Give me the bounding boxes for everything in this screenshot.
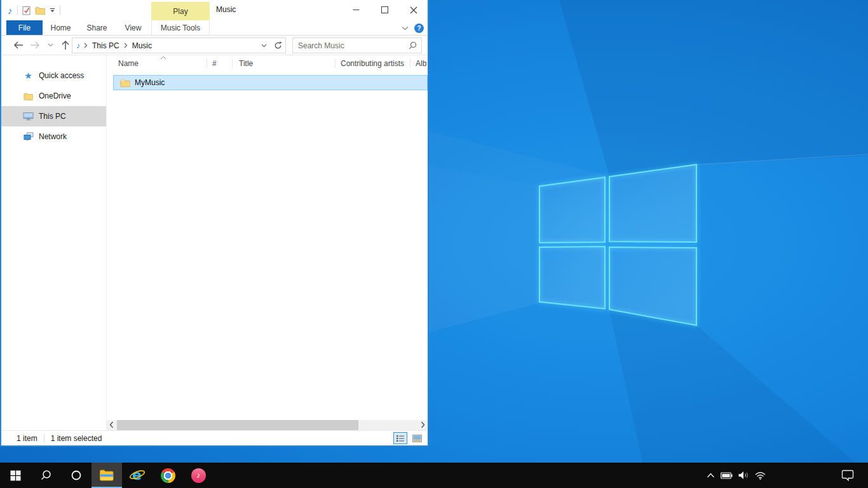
tab-music-tools[interactable]: Music Tools [151, 20, 210, 35]
recent-locations-chevron[interactable] [48, 43, 53, 47]
tab-share[interactable]: Share [79, 20, 115, 35]
maximize-button[interactable] [370, 0, 399, 20]
scrollbar-thumb[interactable] [117, 420, 358, 430]
location-music-note-icon: ♪ [76, 42, 80, 50]
sidebar-item-onedrive[interactable]: OneDrive [1, 86, 106, 106]
sidebar-item-label: OneDrive [39, 92, 71, 100]
taskbar: e ♪ [0, 463, 868, 488]
address-bar[interactable]: ♪ This PC Music [72, 37, 286, 53]
details-view-icon [396, 435, 405, 442]
sort-ascending-icon [160, 56, 166, 60]
refresh-button[interactable] [270, 38, 285, 53]
taskbar-search-button[interactable] [31, 463, 61, 488]
up-button[interactable] [60, 39, 71, 51]
ribbon-tab-row: File Home Share View Music Tools ? [1, 20, 428, 36]
file-row-mymusic[interactable]: MyMusic [113, 75, 428, 90]
column-header-title[interactable]: Title [233, 55, 336, 72]
status-bar: 1 item 1 item selected [1, 430, 428, 445]
file-list: MyMusic [107, 72, 428, 420]
details-view-button[interactable] [393, 432, 407, 444]
column-headers: Name # Title Contributing artists Alb [107, 55, 428, 72]
internet-explorer-button[interactable]: e [122, 463, 153, 488]
tab-view[interactable]: View [115, 20, 151, 35]
properties-button[interactable] [22, 6, 31, 15]
horizontal-scrollbar[interactable] [107, 420, 428, 430]
sidebar-item-this-pc[interactable]: This PC [1, 106, 106, 126]
sidebar-item-label: This PC [39, 112, 66, 121]
dropdown-arrow-icon [50, 8, 55, 13]
back-button[interactable] [13, 39, 24, 51]
action-center-button[interactable] [841, 463, 854, 488]
network-icon [23, 132, 34, 141]
scroll-left-arrow[interactable] [109, 421, 114, 428]
item-count: 1 item [17, 434, 37, 443]
scroll-right-arrow[interactable] [421, 421, 425, 428]
column-header-contributing-artists[interactable]: Contributing artists [336, 55, 410, 72]
column-header-track-number[interactable]: # [207, 55, 233, 72]
customize-toolbar-button[interactable] [50, 8, 55, 13]
new-folder-button[interactable] [35, 6, 45, 15]
sidebar-item-label: Quick access [39, 71, 84, 80]
window-music-note-icon: ♪ [8, 6, 13, 15]
search-icon [40, 470, 51, 481]
wifi-icon[interactable] [755, 471, 766, 480]
tab-file[interactable]: File [6, 20, 43, 35]
minimize-button[interactable] [342, 0, 370, 20]
thumbnails-view-icon [412, 435, 422, 442]
column-header-album[interactable]: Alb [410, 55, 428, 72]
search-icon[interactable] [409, 41, 417, 50]
separator [44, 434, 44, 443]
search-box [292, 37, 422, 53]
help-button[interactable]: ? [414, 24, 424, 33]
navigation-pane: ★ Quick access OneDrive [1, 55, 107, 430]
sidebar-item-label: Network [39, 132, 67, 141]
folder-icon [35, 6, 45, 15]
chevron-down-icon [261, 44, 267, 48]
window-body: ★ Quick access OneDrive [1, 55, 428, 430]
volume-icon[interactable] [738, 471, 749, 480]
sidebar-item-network[interactable]: Network [1, 126, 106, 147]
breadcrumb-music[interactable]: Music [130, 41, 154, 50]
close-button[interactable] [399, 0, 428, 20]
forward-button[interactable] [29, 39, 41, 51]
breadcrumb-chevron-icon[interactable] [124, 43, 128, 48]
window-title: Music [216, 0, 236, 20]
navigation-bar: ♪ This PC Music [1, 36, 428, 55]
battery-icon[interactable] [721, 471, 733, 480]
file-explorer-window: ♪ Play Mu [0, 0, 429, 447]
breadcrumb-chevron-icon[interactable] [84, 43, 88, 48]
system-tray [707, 463, 766, 488]
itunes-button[interactable]: ♪ [183, 463, 214, 488]
view-switcher [393, 432, 424, 444]
folder-icon [120, 79, 130, 87]
large-thumbnails-view-button[interactable] [410, 432, 424, 444]
refresh-icon [274, 41, 282, 50]
action-center-icon [841, 470, 854, 482]
minimize-icon [353, 6, 360, 13]
contextual-tab-group[interactable]: Play [151, 2, 210, 20]
this-pc-icon [23, 112, 34, 121]
properties-check-icon [22, 6, 31, 15]
sidebar-item-quick-access[interactable]: ★ Quick access [1, 65, 106, 86]
column-header-name[interactable]: Name [107, 55, 207, 72]
breadcrumb-this-pc[interactable]: This PC [90, 41, 122, 50]
hidden-icons-chevron-icon[interactable] [707, 472, 715, 478]
start-button[interactable] [0, 463, 31, 488]
expand-ribbon-chevron-icon[interactable] [402, 26, 409, 30]
onedrive-folder-icon [23, 92, 34, 100]
internet-explorer-icon: e [129, 467, 146, 484]
file-list-pane: Name # Title Contributing artists Alb [107, 55, 428, 430]
file-explorer-icon [99, 469, 114, 482]
cortana-icon [71, 470, 82, 481]
quick-access-toolbar: ♪ [8, 0, 60, 20]
separator [60, 6, 60, 15]
search-input[interactable] [293, 38, 421, 53]
ribbon-controls: ? [402, 20, 424, 36]
chrome-button[interactable] [153, 463, 183, 488]
cortana-button[interactable] [61, 463, 92, 488]
caption-buttons [342, 0, 428, 20]
selection-count: 1 item selected [51, 434, 102, 443]
taskbar-file-explorer-button[interactable] [92, 463, 122, 488]
tab-home[interactable]: Home [43, 20, 79, 35]
address-dropdown-button[interactable] [257, 38, 270, 53]
